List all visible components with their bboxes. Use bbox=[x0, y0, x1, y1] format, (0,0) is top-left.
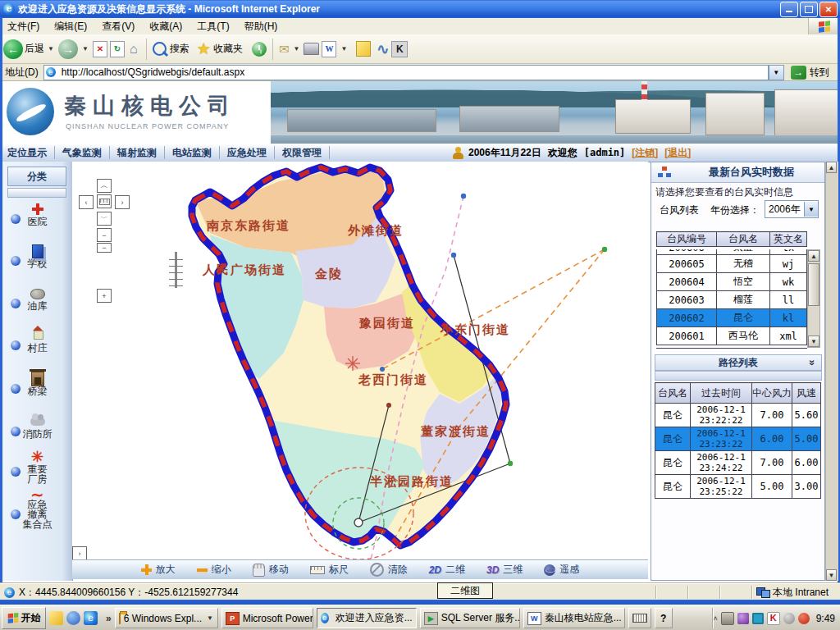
typhoon-row[interactable]: 200605 无稽 wj bbox=[657, 255, 807, 273]
sidebar-item-school[interactable]: 学校 bbox=[2, 244, 72, 268]
tab-station[interactable]: 电站监测 bbox=[165, 146, 220, 159]
zoom-in-tool[interactable]: 放大 bbox=[141, 563, 176, 577]
year-dropdown-icon[interactable]: ▼ bbox=[804, 202, 818, 217]
note-button[interactable] bbox=[356, 41, 371, 57]
menu-favorites[interactable]: 收藏(A) bbox=[142, 20, 189, 34]
page-scrollbar[interactable]: ▲ ▼ bbox=[825, 162, 838, 581]
sidebar-item-village[interactable]: 村庄 bbox=[2, 328, 72, 353]
tray-antivirus-icon[interactable]: K bbox=[767, 612, 780, 625]
task-ie-emergency-system[interactable]: e 欢迎进入应急资... bbox=[317, 608, 417, 628]
forward-button[interactable]: → bbox=[58, 39, 78, 59]
typhoon-row[interactable]: 200601 西马伦 xml bbox=[657, 327, 807, 345]
go-button[interactable]: → bbox=[791, 66, 806, 80]
tray-grid-icon[interactable] bbox=[752, 613, 764, 624]
back-dropdown-icon[interactable]: ▼ bbox=[48, 45, 54, 52]
view-3d-tool[interactable]: 3D三维 bbox=[486, 563, 523, 577]
view-2d-tool[interactable]: 2D二维 bbox=[429, 563, 465, 577]
quicklaunch-pencil-icon[interactable] bbox=[49, 611, 63, 625]
sidebar-item-evacuation-point[interactable]: ∼ 应急 撤离 集合点 bbox=[2, 490, 72, 529]
history-button[interactable] bbox=[252, 42, 267, 57]
print-button[interactable] bbox=[304, 43, 319, 55]
typhoon-row-selected[interactable]: 200602 昆仑 kl bbox=[657, 309, 807, 327]
scroll-down-icon[interactable]: ▼ bbox=[808, 336, 819, 347]
task-word-document[interactable]: W 秦山核电站应急... bbox=[523, 608, 625, 628]
page-scroll-up-icon[interactable]: ▲ bbox=[826, 162, 837, 173]
collapse-chevron-icon[interactable]: » bbox=[807, 359, 815, 365]
tray-chevron-icon[interactable]: ˄ bbox=[713, 614, 717, 623]
exit-link[interactable]: [退出] bbox=[664, 146, 691, 160]
scroll-thumb[interactable] bbox=[808, 263, 819, 306]
clear-tool[interactable]: 清除 bbox=[370, 563, 408, 577]
sidebar-item-fire-station[interactable]: 消防所 bbox=[2, 414, 72, 439]
pan-up-button[interactable]: ︿ bbox=[97, 179, 112, 193]
tray-sql-icon[interactable] bbox=[721, 612, 734, 625]
sidebar-item-bridge[interactable]: 桥梁 bbox=[2, 372, 72, 396]
task-sql-server[interactable]: ▶ SQL Server 服务... bbox=[420, 608, 520, 628]
pan-tool[interactable]: 移动 bbox=[253, 563, 289, 577]
task-powerpoint[interactable]: P Microsoft PowerP... bbox=[221, 608, 313, 628]
word-edit-button[interactable]: W bbox=[322, 41, 336, 57]
path-list-header[interactable]: 路径列表 » bbox=[655, 354, 822, 371]
zoom-out-tool[interactable]: 缩小 bbox=[197, 563, 231, 577]
back-button[interactable]: ← 后退 ▼ bbox=[3, 39, 56, 59]
forward-dropdown-icon[interactable]: ▼ bbox=[82, 45, 89, 52]
quicklaunch-outlook-icon[interactable] bbox=[66, 611, 80, 625]
menu-help[interactable]: 帮助(H) bbox=[237, 20, 285, 34]
menu-file[interactable]: 文件(F) bbox=[0, 20, 47, 34]
tray-messenger-icon[interactable] bbox=[737, 613, 749, 624]
typhoon-row[interactable]: 200603 榴莲 ll bbox=[657, 291, 807, 309]
tray-ati-icon[interactable] bbox=[798, 613, 810, 624]
start-button[interactable]: 开始 bbox=[2, 607, 46, 629]
mail-dropdown-icon[interactable]: ▼ bbox=[293, 45, 299, 52]
menu-view[interactable]: 查看(V) bbox=[94, 20, 142, 34]
sidebar-item-oil-depot[interactable]: 油库 bbox=[2, 286, 72, 311]
ruler-tool[interactable]: 标尺 bbox=[310, 563, 349, 577]
quicklaunch-overflow-icon[interactable]: » bbox=[106, 613, 112, 624]
restore-button[interactable] bbox=[800, 2, 818, 17]
sidebar-header[interactable]: 分类 bbox=[7, 167, 66, 186]
close-button[interactable]: ✕ bbox=[819, 2, 838, 17]
logout-link[interactable]: [注销] bbox=[632, 146, 658, 160]
tab-radiation[interactable]: 辐射监测 bbox=[110, 146, 165, 159]
capture-tool-button[interactable]: ∿ bbox=[377, 40, 389, 58]
refresh-button[interactable]: ↻ bbox=[110, 41, 125, 57]
pan-down-button[interactable]: ﹀ bbox=[97, 212, 112, 226]
tab-weather[interactable]: 气象监测 bbox=[55, 146, 110, 159]
year-select[interactable]: 2006年 ▼ bbox=[765, 200, 819, 218]
sidebar-item-hospital[interactable]: 医院 bbox=[2, 202, 72, 226]
menu-edit[interactable]: 编辑(E) bbox=[47, 20, 94, 34]
tab-locate[interactable]: 定位显示 bbox=[0, 146, 55, 159]
pan-left-button[interactable]: ‹ bbox=[79, 195, 94, 209]
sidebar-item-important-plant[interactable]: ✳ 重要 厂房 bbox=[2, 450, 72, 484]
stop-button[interactable]: ✕ bbox=[93, 41, 107, 57]
pan-right-button[interactable]: › bbox=[115, 195, 130, 209]
map-center-button[interactable] bbox=[97, 194, 112, 208]
path-row[interactable]: 昆仑2006-12-1 23:22:22 7.005.60 bbox=[655, 404, 821, 427]
remote-sensing-tool[interactable]: 遥感 bbox=[544, 563, 579, 577]
address-input[interactable]: e http://localhost/QSgridwebgis/default.… bbox=[43, 65, 769, 80]
search-button[interactable]: 搜索 bbox=[153, 42, 189, 56]
scroll-up-icon[interactable]: ▲ bbox=[808, 250, 819, 262]
word-dropdown-icon[interactable]: ▼ bbox=[340, 45, 347, 52]
address-dropdown-button[interactable]: ▼ bbox=[769, 65, 784, 80]
task-windows-explorer-group[interactable]: 6 Windows Expl... ▼ bbox=[115, 608, 218, 628]
zoom-in-step-button[interactable]: + bbox=[97, 289, 112, 303]
minimize-button[interactable] bbox=[780, 2, 798, 17]
typhoon-row[interactable]: 200604 悟空 wk bbox=[657, 273, 807, 291]
ime-help-button[interactable]: ? bbox=[655, 608, 673, 628]
sidebar-expand-button[interactable]: › bbox=[72, 546, 87, 559]
tray-volume-icon[interactable] bbox=[783, 613, 795, 624]
go-label[interactable]: 转到 bbox=[810, 66, 829, 80]
menu-tools[interactable]: 工具(T) bbox=[189, 20, 236, 34]
mail-button[interactable]: ✉ bbox=[279, 42, 290, 57]
quicklaunch-ie-icon[interactable]: e bbox=[84, 611, 98, 625]
clock[interactable]: 9:49 bbox=[816, 613, 835, 624]
home-button[interactable]: ⌂ bbox=[127, 42, 140, 57]
zoom-slider-handle[interactable]: − bbox=[97, 243, 112, 253]
path-row[interactable]: 昆仑2006-12-1 23:25:22 5.003.00 bbox=[655, 475, 821, 499]
path-row-selected[interactable]: 昆仑2006-12-1 23:23:22 6.005.00 bbox=[655, 427, 821, 451]
map-viewport[interactable]: 南京东路街道 外滩街道 人民广场街道 金陵 豫园街道 小东门街道 老西门街道 董… bbox=[72, 162, 648, 559]
favorites-button[interactable]: ★ 收藏夹 bbox=[197, 39, 243, 58]
input-method-button[interactable] bbox=[628, 608, 651, 628]
typhoon-table-scrollbar[interactable]: ▲ ▼ bbox=[807, 249, 820, 348]
